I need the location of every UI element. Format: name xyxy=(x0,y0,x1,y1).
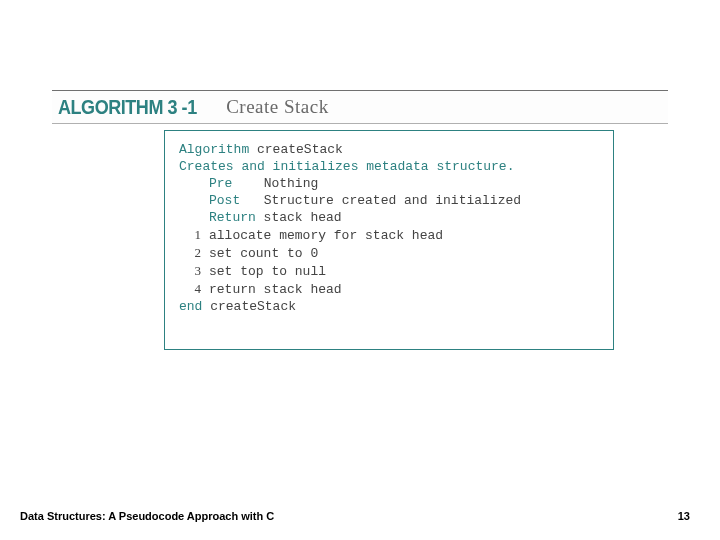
step-3: 3set top to null xyxy=(179,262,605,280)
pre-text: Nothing xyxy=(264,176,319,191)
step-num: 2 xyxy=(179,244,201,261)
footer-book-title: Data Structures: A Pseudocode Approach w… xyxy=(20,510,274,522)
post-line: Post Structure created and initialized xyxy=(179,192,605,209)
algorithm-title: Create Stack xyxy=(226,96,329,118)
step-2: 2set count to 0 xyxy=(179,244,605,262)
step-text: allocate memory for stack head xyxy=(209,228,443,243)
step-num: 3 xyxy=(179,262,201,279)
post-label: Post xyxy=(209,193,240,208)
step-4: 4return stack head xyxy=(179,280,605,298)
algorithm-label: ALGORITHM 3 -1 xyxy=(58,96,197,119)
code-description: Creates and initializes metadata structu… xyxy=(179,158,605,175)
return-line: Return stack head xyxy=(179,209,605,226)
step-num: 4 xyxy=(179,280,201,297)
step-text: set top to null xyxy=(209,264,326,279)
return-label: Return xyxy=(209,210,256,225)
end-line: end createStack xyxy=(179,298,605,315)
keyword-end: end xyxy=(179,299,202,314)
pseudocode-box: Algorithm createStack Creates and initia… xyxy=(164,130,614,350)
code-line: Algorithm createStack xyxy=(179,141,605,158)
step-num: 1 xyxy=(179,226,201,243)
step-text: set count to 0 xyxy=(209,246,318,261)
algorithm-header: ALGORITHM 3 -1 Create Stack xyxy=(52,90,668,124)
post-text: Structure created and initialized xyxy=(264,193,521,208)
end-name: createStack xyxy=(202,299,296,314)
algo-name: createStack xyxy=(249,142,343,157)
keyword-algorithm: Algorithm xyxy=(179,142,249,157)
page-number: 13 xyxy=(678,510,690,522)
pre-label: Pre xyxy=(209,176,232,191)
return-text: stack head xyxy=(256,210,342,225)
pre-line: Pre Nothing xyxy=(179,175,605,192)
step-text: return stack head xyxy=(209,282,342,297)
step-1: 1allocate memory for stack head xyxy=(179,226,605,244)
